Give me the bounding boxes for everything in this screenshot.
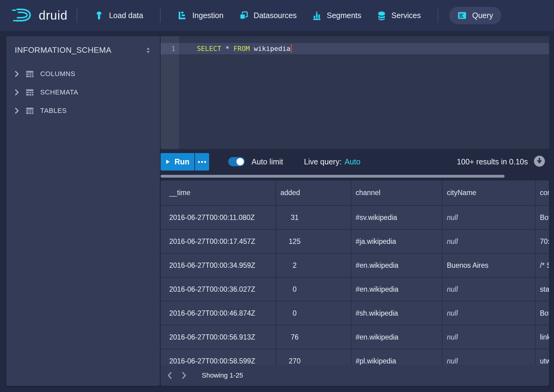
cell-added[interactable]: 2 (276, 254, 351, 278)
sql-token: wikipedia (250, 45, 290, 52)
cell-cityname[interactable]: null (443, 349, 536, 365)
column-header--time[interactable]: __time (161, 180, 276, 206)
sort-icon[interactable] (146, 47, 151, 54)
cell-cityname[interactable]: null (443, 278, 536, 302)
sql-token: * (221, 45, 233, 52)
run-button-label: Run (174, 157, 189, 166)
cell-added[interactable]: 76 (276, 325, 351, 349)
tree-item-tables[interactable]: TABLES (6, 102, 160, 120)
line-number: 1 (161, 43, 179, 54)
run-button[interactable]: Run (161, 153, 194, 171)
run-more-button[interactable] (195, 153, 209, 171)
tree-item-label: SCHEMATA (40, 88, 78, 96)
nav-item-ingestion[interactable]: Ingestion (178, 11, 223, 20)
cell-comment[interactable]: Bot (536, 206, 549, 230)
cell-cityname[interactable]: null (443, 302, 536, 325)
cell--time[interactable]: 2016-06-27T00:00:56.913Z (161, 325, 276, 349)
cell--time[interactable]: 2016-06-27T00:00:17.457Z (161, 230, 276, 254)
chevron-right-icon[interactable] (14, 89, 19, 96)
nav-item-services[interactable]: Services (377, 11, 421, 20)
top-nav: druid Load dataIngestionDatasourcesSegme… (0, 0, 554, 31)
table-icon (25, 69, 34, 79)
cell-added[interactable]: 0 (276, 278, 351, 302)
next-page-button[interactable] (179, 369, 189, 382)
nav-item-label: Ingestion (192, 11, 223, 20)
chevron-right-icon[interactable] (14, 107, 19, 114)
auto-limit-label: Auto limit (252, 157, 283, 166)
auto-limit-toggle[interactable] (228, 157, 245, 166)
ellipsis-icon (198, 159, 206, 164)
horizontal-scrollbar[interactable] (161, 175, 505, 178)
cell--time[interactable]: 2016-06-27T00:00:11.080Z (161, 206, 276, 230)
cell-channel[interactable]: #sv.wikipedia (351, 206, 443, 230)
prev-page-button[interactable] (165, 369, 175, 382)
cell-cityname[interactable]: null (443, 206, 536, 230)
cell--time[interactable]: 2016-06-27T00:00:58.599Z (161, 349, 276, 365)
upload-icon (94, 11, 104, 20)
cell-channel[interactable]: #en.wikipedia (351, 254, 443, 278)
sql-token: FROM (233, 45, 250, 52)
cell--time[interactable]: 2016-06-27T00:00:34.959Z (161, 254, 276, 278)
cell-comment[interactable]: utw (536, 349, 549, 365)
cell-added[interactable]: 270 (276, 349, 351, 365)
table-row: 2016-06-27T00:00:34.959Z2#en.wikipediaBu… (161, 254, 549, 278)
cell-channel[interactable]: #en.wikipedia (351, 325, 443, 349)
cell-cityname[interactable]: null (443, 230, 536, 254)
nav-item-load-data[interactable]: Load data (94, 11, 143, 20)
cell-comment[interactable]: Bot (536, 302, 549, 325)
cell-added[interactable]: 125 (276, 230, 351, 254)
table-row: 2016-06-27T00:00:17.457Z125#ja.wikipedia… (161, 230, 549, 254)
nav-item-query[interactable]: Query (449, 7, 501, 24)
cell-channel[interactable]: #pl.wikipedia (351, 349, 443, 365)
results-panel: __timeaddedchannelcityNamecomment 2016-0… (161, 180, 549, 386)
nav-item-datasources[interactable]: Datasources (239, 11, 297, 20)
results-header-row: __timeaddedchannelcityNamecomment (161, 180, 549, 206)
sql-text: SELECT * FROM wikipedia (179, 44, 292, 53)
column-header-comment[interactable]: comment (536, 180, 549, 206)
live-query-label: Live query: (304, 157, 341, 166)
results-summary: 100+ results in 0.10s (457, 157, 528, 166)
cell-comment[interactable]: sta (536, 278, 549, 302)
column-header-cityname[interactable]: cityName (443, 180, 536, 206)
services-icon (377, 11, 386, 20)
sql-token: SELECT (197, 45, 221, 52)
nav-divider (160, 9, 161, 23)
sql-editor[interactable]: 1 SELECT * FROM wikipedia (161, 36, 549, 149)
query-icon (457, 11, 467, 20)
table-row: 2016-06-27T00:00:46.874Z0#sh.wikipedianu… (161, 302, 549, 325)
live-query-value[interactable]: Auto (345, 157, 360, 166)
cell--time[interactable]: 2016-06-27T00:00:36.027Z (161, 278, 276, 302)
cell-comment[interactable]: link (536, 325, 549, 349)
cell-channel[interactable]: #ja.wikipedia (351, 230, 443, 254)
text-cursor (291, 44, 292, 53)
nav-item-label: Datasources (254, 11, 297, 20)
tree-item-columns[interactable]: COLUMNS (6, 65, 160, 83)
play-icon (166, 157, 170, 166)
cell-cityname[interactable]: Buenos Aires (443, 254, 536, 278)
nav-item-segments[interactable]: Segments (312, 11, 361, 20)
datasources-icon (239, 11, 248, 20)
cell-comment[interactable]: 70: (536, 230, 549, 254)
cell-added[interactable]: 0 (276, 302, 351, 325)
druid-brand[interactable]: druid (11, 7, 68, 24)
druid-logo-icon (11, 7, 34, 24)
cell-channel[interactable]: #en.wikipedia (351, 278, 443, 302)
cell-added[interactable]: 31 (276, 206, 351, 230)
cell-cityname[interactable]: null (443, 325, 536, 349)
table-icon (25, 88, 34, 97)
nav-divider (438, 9, 438, 23)
chevron-right-icon[interactable] (14, 71, 19, 77)
pagination-bar: Showing 1-25 (161, 365, 549, 386)
cell-comment[interactable]: /* S (536, 254, 549, 278)
cell-channel[interactable]: #sh.wikipedia (351, 302, 443, 325)
brand-wordmark: druid (39, 9, 68, 22)
nav-item-label: Load data (109, 11, 143, 20)
download-button[interactable] (533, 155, 545, 168)
column-header-added[interactable]: added (276, 180, 351, 206)
live-query: Live query:Auto (304, 157, 361, 166)
cell--time[interactable]: 2016-06-27T00:00:46.874Z (161, 302, 276, 325)
ingestion-icon (178, 11, 187, 20)
column-header-channel[interactable]: channel (351, 180, 443, 206)
tree-item-schemata[interactable]: SCHEMATA (6, 83, 160, 102)
nav-item-label: Query (472, 11, 493, 20)
